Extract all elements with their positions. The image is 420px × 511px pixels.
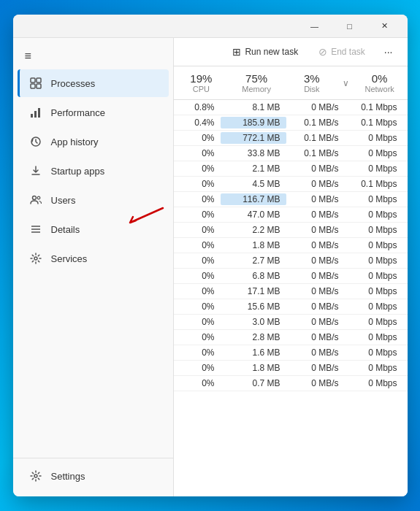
cpu-cell: 0% [177, 270, 221, 282]
process-table[interactable]: 0.8%8.1 MB0 MB/s0.1 Mbps0.4%185.9 MB0.1 … [174, 100, 408, 496]
content-area: ⊞ Run new task ⊘ End task ··· 19% CPU 75… [174, 38, 408, 496]
sidebar: ≡ Processes [13, 38, 174, 496]
cpu-cell: 0.8% [177, 101, 221, 113]
end-task-button[interactable]: ⊘ End task [311, 42, 373, 61]
cpu-cell: 0% [177, 132, 221, 144]
network-cell: 0 Mbps [345, 285, 403, 297]
network-cell: 0 Mbps [345, 362, 403, 374]
sidebar-item-details[interactable]: Details [18, 215, 169, 243]
cpu-cell: 0% [177, 163, 221, 174]
toolbar: ⊞ Run new task ⊘ End task ··· [174, 38, 408, 66]
svg-point-8 [32, 196, 36, 200]
svg-point-14 [34, 474, 37, 477]
disk-cell: 0.1 MB/s [286, 132, 345, 144]
users-icon [29, 193, 42, 207]
hamburger-button[interactable]: ≡ [13, 44, 173, 69]
settings-label: Settings [51, 471, 85, 482]
run-new-task-label: Run new task [245, 47, 298, 57]
svg-rect-5 [34, 111, 37, 118]
network-cell: 0 Mbps [345, 147, 403, 159]
more-options-button[interactable]: ··· [378, 42, 399, 61]
table-row[interactable]: 0%1.6 MB0 MB/s0 Mbps [174, 345, 408, 361]
memory-cell: 116.7 MB [221, 193, 286, 205]
stats-header: 19% CPU 75% Memory 3% Disk ∨ 0% Network [174, 66, 408, 100]
memory-cell: 2.8 MB [221, 331, 286, 343]
table-row[interactable]: 0%1.8 MB0 MB/s0 Mbps [174, 238, 408, 253]
network-cell: 0 Mbps [345, 224, 403, 236]
cpu-cell: 0% [177, 255, 221, 266]
minimize-button[interactable]: — [298, 15, 332, 37]
sidebar-item-startup-apps[interactable]: Startup apps [18, 157, 169, 185]
table-row[interactable]: 0%2.1 MB0 MB/s0 Mbps [174, 161, 408, 177]
table-row[interactable]: 0%2.7 MB0 MB/s0 Mbps [174, 253, 408, 269]
sidebar-item-performance[interactable]: Performance [18, 99, 169, 126]
svg-point-13 [34, 257, 37, 260]
memory-cell: 4.5 MB [221, 178, 286, 190]
table-row[interactable]: 0.8%8.1 MB0 MB/s0.1 Mbps [174, 100, 408, 115]
svg-rect-4 [31, 114, 33, 118]
table-row[interactable]: 0.4%185.9 MB0.1 MB/s0.1 Mbps [174, 115, 408, 131]
disk-cell: 0 MB/s [286, 270, 345, 282]
close-button[interactable]: ✕ [368, 15, 402, 37]
main-area: ≡ Processes [13, 38, 408, 496]
table-row[interactable]: 0%6.8 MB0 MB/s0 Mbps [174, 269, 408, 284]
sidebar-item-settings[interactable]: Settings [18, 462, 169, 490]
disk-cell: 0 MB/s [286, 163, 345, 174]
svg-rect-1 [37, 78, 41, 82]
run-new-task-button[interactable]: ⊞ Run new task [225, 42, 305, 61]
maximize-button[interactable]: □ [333, 15, 367, 37]
table-row[interactable]: 0%772.1 MB0.1 MB/s0 Mbps [174, 131, 408, 146]
disk-value: 3% [286, 72, 338, 85]
cpu-label: CPU [175, 85, 228, 93]
cpu-stat: 19% CPU [174, 69, 229, 96]
disk-cell: 0 MB/s [286, 101, 345, 113]
table-row[interactable]: 0%2.2 MB0 MB/s0 Mbps [174, 223, 408, 238]
memory-cell: 1.8 MB [221, 239, 286, 251]
table-row[interactable]: 0%2.8 MB0 MB/s0 Mbps [174, 330, 408, 345]
disk-cell: 0 MB/s [286, 193, 345, 205]
table-row[interactable]: 0%17.1 MB0 MB/s0 Mbps [174, 284, 408, 299]
disk-cell: 0 MB/s [286, 255, 345, 266]
cpu-cell: 0.4% [177, 117, 221, 128]
sidebar-item-app-history[interactable]: App history [18, 128, 169, 155]
history-icon [29, 135, 42, 148]
run-task-icon: ⊞ [232, 46, 241, 58]
cpu-cell: 0% [177, 178, 221, 190]
services-icon [29, 252, 42, 265]
disk-cell: 0.1 MB/s [286, 147, 345, 159]
cpu-cell: 0% [177, 316, 221, 328]
memory-cell: 2.1 MB [221, 163, 286, 174]
svg-rect-3 [37, 84, 41, 88]
app-history-label: App history [51, 137, 99, 147]
table-row[interactable]: 0%3.0 MB0 MB/s0 Mbps [174, 315, 408, 330]
sidebar-item-users[interactable]: Users [18, 186, 169, 214]
network-stat: 0% Network [352, 69, 408, 96]
disk-cell: 0 MB/s [286, 377, 345, 389]
network-value: 0% [354, 72, 406, 85]
sidebar-item-processes[interactable]: Processes [18, 69, 169, 97]
cpu-cell: 0% [177, 224, 221, 236]
table-row[interactable]: 0%1.8 MB0 MB/s0 Mbps [174, 361, 408, 376]
settings-icon [29, 469, 42, 483]
network-cell: 0.1 Mbps [345, 117, 403, 128]
table-row[interactable]: 0%47.0 MB0 MB/s0 Mbps [174, 207, 408, 223]
memory-value: 75% [230, 72, 283, 85]
chevron-down-icon[interactable]: ∨ [343, 78, 349, 88]
sidebar-item-services[interactable]: Services [18, 245, 169, 272]
performance-label: Performance [51, 107, 105, 118]
table-row[interactable]: 0%33.8 MB0.1 MB/s0 Mbps [174, 146, 408, 161]
table-row[interactable]: 0%0.7 MB0 MB/s0 Mbps [174, 376, 408, 391]
task-manager-window: — □ ✕ ≡ Processes [13, 15, 408, 496]
end-task-label: End task [331, 47, 365, 57]
disk-cell: 0 MB/s [286, 347, 345, 358]
disk-label: Disk [286, 85, 338, 93]
table-row[interactable]: 0%15.6 MB0 MB/s0 Mbps [174, 299, 408, 315]
disk-cell: 0 MB/s [286, 331, 345, 343]
memory-cell: 185.9 MB [221, 117, 286, 128]
svg-point-9 [37, 196, 40, 199]
table-row[interactable]: 0%116.7 MB0 MB/s0 Mbps [174, 192, 408, 207]
network-cell: 0 Mbps [345, 132, 403, 144]
table-row[interactable]: 0%4.5 MB0 MB/s0.1 Mbps [174, 177, 408, 192]
cpu-cell: 0% [177, 239, 221, 251]
disk-cell: 0 MB/s [286, 178, 345, 190]
